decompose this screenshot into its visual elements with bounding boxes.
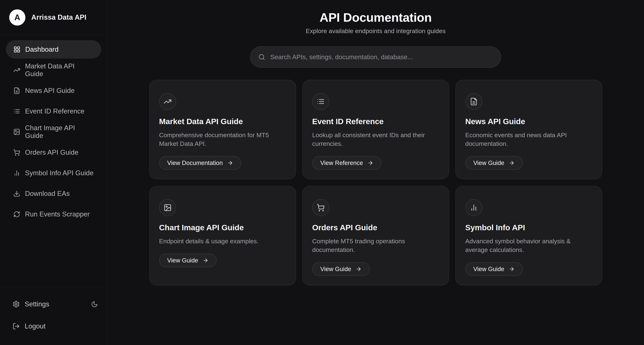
bar-chart-icon <box>465 199 482 216</box>
arrow-right-icon <box>356 266 362 272</box>
main-content: API Documentation Explore available endp… <box>107 0 644 345</box>
sidebar-item-label: Event ID Reference <box>25 107 84 115</box>
search-input[interactable] <box>270 53 493 61</box>
card-title: Market Data API Guide <box>159 117 243 126</box>
card-description: Complete MT5 trading operations document… <box>312 237 439 254</box>
cta-label: View Guide <box>474 159 504 166</box>
view-documentation-button[interactable]: View Documentation <box>159 156 241 170</box>
sidebar-nav: Dashboard Market Data API Guide News API… <box>0 35 107 288</box>
card-orders: Orders API Guide Complete MT5 trading op… <box>302 186 449 285</box>
view-guide-button-chart-image[interactable]: View Guide <box>159 254 216 267</box>
moon-icon[interactable] <box>91 301 98 308</box>
sidebar-item-label: Market Data API Guide <box>25 62 94 78</box>
card-market-data: Market Data API Guide Comprehensive docu… <box>149 80 296 179</box>
card-description: Comprehensive documentation for MT5 Mark… <box>159 131 286 148</box>
card-title: Chart Image API Guide <box>159 223 244 232</box>
page-title: API Documentation <box>107 10 644 24</box>
sidebar-item-label: Chart Image API Guide <box>25 124 94 140</box>
search-bar <box>250 46 501 68</box>
logout-icon <box>12 323 20 330</box>
card-news: News API Guide Economic events and news … <box>456 80 602 179</box>
settings-label: Settings <box>25 300 49 308</box>
refresh-icon <box>13 211 20 218</box>
arrow-right-icon <box>509 160 515 166</box>
file-text-icon <box>465 93 482 110</box>
image-icon <box>159 199 176 216</box>
sidebar-item-chart-image[interactable]: Chart Image API Guide <box>6 123 101 141</box>
trending-up-icon <box>159 93 176 110</box>
cart-icon <box>13 149 20 156</box>
brand: A Arrissa Data API <box>0 0 107 35</box>
sidebar-item-label: Download EAs <box>25 190 70 198</box>
brand-avatar: A <box>9 9 26 25</box>
list-icon <box>13 108 20 115</box>
arrow-right-icon <box>509 266 515 272</box>
sidebar-footer: Settings Logout <box>0 288 107 345</box>
sidebar: A Arrissa Data API Dashboard Market Data… <box>0 0 107 345</box>
view-reference-button[interactable]: View Reference <box>312 156 382 170</box>
download-icon <box>13 190 20 197</box>
brand-initial: A <box>14 13 20 22</box>
cta-label: View Reference <box>320 159 363 166</box>
card-symbol-info: Symbol Info API Advanced symbol behavior… <box>456 186 602 285</box>
cta-label: View Documentation <box>167 159 223 166</box>
card-description: Advanced symbol behavior analysis & aver… <box>465 237 592 254</box>
card-title: Orders API Guide <box>312 223 378 232</box>
layout-grid-icon <box>14 46 20 53</box>
sidebar-item-news[interactable]: News API Guide <box>6 81 101 100</box>
card-chart-image: Chart Image API Guide Endpoint details &… <box>149 186 296 285</box>
sidebar-item-orders[interactable]: Orders API Guide <box>6 143 101 161</box>
search-icon <box>258 54 265 60</box>
list-icon <box>312 93 329 110</box>
brand-name: Arrissa Data API <box>31 13 86 21</box>
card-description: Economic events and news data API docume… <box>465 131 592 148</box>
cta-label: View Guide <box>320 266 351 273</box>
sidebar-item-market-data[interactable]: Market Data API Guide <box>6 61 101 79</box>
sidebar-item-label: Symbol Info API Guide <box>25 169 94 177</box>
sidebar-item-label: Dashboard <box>25 46 58 53</box>
cta-label: View Guide <box>167 257 198 264</box>
sidebar-item-event-id[interactable]: Event ID Reference <box>6 102 101 120</box>
view-guide-button-news[interactable]: View Guide <box>465 156 523 170</box>
gear-icon <box>12 301 20 308</box>
page-subtitle: Explore available endpoints and integrat… <box>107 27 644 34</box>
trending-up-icon <box>13 66 20 73</box>
cart-icon <box>312 199 329 216</box>
view-guide-button-symbol-info[interactable]: View Guide <box>465 262 523 276</box>
logout-button[interactable]: Logout <box>6 318 101 335</box>
card-description: Endpoint details & usage examples. <box>159 237 259 246</box>
card-title: Event ID Reference <box>312 117 384 126</box>
card-title: News API Guide <box>465 117 525 126</box>
bar-chart-icon <box>13 170 20 177</box>
arrow-right-icon <box>227 160 233 166</box>
settings-button[interactable]: Settings <box>6 295 101 313</box>
file-text-icon <box>13 87 20 94</box>
sidebar-item-run-events[interactable]: Run Events Scrapper <box>6 205 101 223</box>
image-icon <box>13 128 20 135</box>
card-event-id: Event ID Reference Lookup all consistent… <box>302 80 449 179</box>
sidebar-item-dashboard[interactable]: Dashboard <box>6 40 101 58</box>
view-guide-button-orders[interactable]: View Guide <box>312 262 370 276</box>
sidebar-item-label: Run Events Scrapper <box>25 210 90 218</box>
sidebar-item-download-eas[interactable]: Download EAs <box>6 184 101 203</box>
cards-grid: Market Data API Guide Comprehensive docu… <box>149 80 602 285</box>
card-title: Symbol Info API <box>465 223 525 232</box>
card-description: Lookup all consistent event IDs and thei… <box>312 131 439 148</box>
arrow-right-icon <box>202 258 208 263</box>
sidebar-item-label: News API Guide <box>25 87 74 94</box>
sidebar-item-symbol-info[interactable]: Symbol Info API Guide <box>6 164 101 182</box>
logout-label: Logout <box>25 322 46 330</box>
sidebar-item-label: Orders API Guide <box>25 149 78 156</box>
arrow-right-icon <box>368 160 373 166</box>
cta-label: View Guide <box>474 266 504 273</box>
